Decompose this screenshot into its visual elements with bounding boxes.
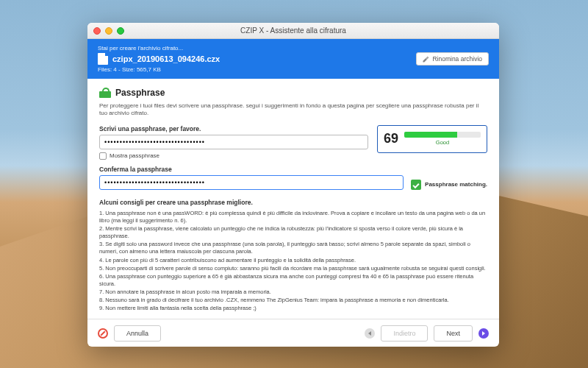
tip-item: 1. Una passphrase non è una passWORD: è … (99, 210, 487, 224)
window-title: CZIP X - Assistente alla cifratura (87, 26, 499, 35)
show-passphrase-label: Mostra passphrase (110, 152, 159, 159)
match-text: Passphrase matching. (425, 181, 487, 188)
check-icon (411, 180, 421, 190)
match-indicator: Passphrase matching. (411, 180, 487, 190)
show-passphrase-checkbox[interactable] (99, 152, 107, 160)
app-window: CZIP X - Assistente alla cifratura Stai … (87, 23, 499, 347)
titlebar: CZIP X - Assistente alla cifratura (87, 23, 499, 39)
tip-item: 9. Non mettere limiti alla fantasia nell… (99, 305, 487, 312)
next-label: Next (446, 330, 460, 337)
tip-item: 4. Le parole con più di 5 caratteri cont… (99, 257, 487, 264)
footer: Annulla Indietro Next (87, 319, 499, 347)
section-title: Passphrase (115, 88, 165, 98)
tips-heading: Alcuni consigli per creare una passphras… (99, 199, 487, 206)
next-arrow-icon (478, 328, 489, 339)
strength-label: Good (404, 139, 481, 146)
creating-label: Stai per creare l'archivio cifrato... (98, 45, 220, 52)
cancel-icon (98, 328, 108, 339)
tip-item: 5. Non preoccuparti di scrivere parole d… (99, 265, 487, 272)
confirm-label: Conferma la passphrase (99, 166, 487, 173)
pencil-icon (423, 56, 429, 63)
tips-list: 1. Una passphrase non è una passWORD: è … (99, 210, 487, 313)
header-banner: Stai per creare l'archivio cifrato... cz… (87, 39, 499, 79)
main-content: Passphrase Per proteggere i tuoi files d… (87, 79, 499, 319)
tip-item: 3. Se digiti solo una password invece ch… (99, 241, 487, 255)
lock-icon (99, 88, 111, 98)
archive-filename: czipx_20190613_094246.czx (112, 54, 220, 63)
tip-item: 2. Mentre scrivi la passphrase, viene ca… (99, 225, 487, 240)
passphrase-label: Scrivi una passphrase, per favore. (99, 125, 368, 132)
cancel-button[interactable]: Annulla (114, 325, 161, 342)
strength-meter: 69 Good (377, 125, 487, 153)
back-arrow-icon (365, 328, 375, 339)
tip-item: 6. Una passphrase con punteggio superior… (99, 273, 487, 288)
file-count-label: Files: 4 - Size: 565,7 KB (98, 66, 220, 73)
intro-text: Per proteggere i tuoi files devi scriver… (99, 102, 487, 118)
back-button[interactable]: Indietro (381, 325, 428, 342)
tip-item: 7. Non annotare la passphrase in alcun p… (99, 289, 487, 296)
archive-file-icon (98, 53, 108, 65)
rename-label: Rinomina archivio (432, 55, 482, 63)
next-button[interactable]: Next (434, 325, 473, 342)
passphrase-input[interactable] (99, 135, 368, 149)
strength-fill (404, 132, 457, 138)
back-label: Indietro (393, 330, 415, 337)
confirm-passphrase-input[interactable] (99, 175, 404, 190)
cancel-label: Annulla (126, 330, 148, 337)
rename-archive-button[interactable]: Rinomina archivio (416, 52, 489, 66)
tip-item: 8. Nessuno sarà in grado di decifrare il… (99, 297, 487, 304)
strength-score: 69 (384, 131, 398, 146)
